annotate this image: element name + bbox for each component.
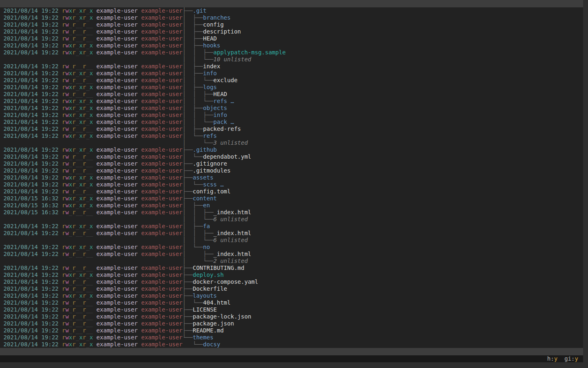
row-metadata: 2021/08/14 19:22 rw_r__r__ example-user … [0, 126, 183, 132]
tree-row[interactable]: 2021/08/14 19:22 rwxr_xr_x example-user … [0, 49, 583, 56]
tree-branch-lines: │ └── [183, 258, 214, 264]
tree-branch-lines: ├── [183, 272, 193, 278]
entry-name: config [203, 21, 224, 28]
tree-row[interactable]: 2021/08/14 19:22 rwxr_xr_x example-user … [0, 119, 583, 126]
entry-name: 3 unlisted [214, 139, 248, 146]
entry-name: Dockerfile [193, 285, 227, 292]
tree-row[interactable]: 2021/08/14 19:22 rwxr_xr_x example-user … [0, 334, 583, 341]
permissions: rw_r__r__ [62, 285, 93, 292]
tree-row[interactable]: 2021/08/14 19:22 rwxr_xr_x example-user … [0, 70, 583, 77]
permissions: rw_r__r__ [62, 35, 93, 42]
permissions: rwxr_xr_x [62, 146, 93, 153]
tree-row[interactable]: 2021/08/14 19:22 rw_r__r__ example-user … [0, 251, 583, 258]
permissions: rwxr_xr_x [62, 223, 93, 229]
modified-date: 2021/08/14 19:22 [3, 49, 58, 56]
tree-row[interactable]: 2021/08/14 19:22 rw_r__r__ example-user … [0, 35, 583, 42]
entry-name: 10 unlisted [214, 56, 252, 63]
tree-row[interactable]: 2021/08/15 16:32 rwxr_xr_x example-user … [0, 202, 583, 209]
tree-row[interactable]: 2021/08/14 19:22 rw_r__r__ example-user … [0, 285, 583, 292]
tree-row[interactable]: 2021/08/14 19:22 rwxr_xr_x example-user … [0, 146, 583, 153]
row-metadata: 2021/08/14 19:22 rwxr_xr_x example-user … [0, 98, 183, 105]
tree-branch-lines: │ ├── [183, 126, 203, 132]
tree-row[interactable]: 2021/08/14 19:22 rwxr_xr_x example-user … [0, 223, 583, 230]
owner-name: example-user [96, 28, 138, 35]
entry-name: assets [193, 174, 214, 181]
modified-date: 2021/08/14 19:22 [3, 223, 58, 229]
tree-row[interactable]: 2021/08/14 19:22 rw_r__r__ example-user … [0, 306, 583, 313]
tree-row[interactable]: 2021/08/14 19:22 rw_r__r__ example-user … [0, 91, 583, 98]
entry-name: docker-compose.yaml [193, 278, 258, 285]
tree-row[interactable]: │ └──2 unlisted [0, 258, 583, 265]
tree-row[interactable]: 2021/08/14 19:22 rwxr_xr_x example-user … [0, 272, 583, 278]
tree-branch-lines: ├── [183, 188, 193, 195]
permissions: rwxr_xr_x [62, 14, 93, 21]
group-name: example-user [141, 299, 183, 306]
group-name: example-user [141, 174, 183, 181]
tree-row[interactable]: │ │ └──6 unlisted [0, 237, 583, 244]
owner-name: example-user [96, 153, 138, 160]
permissions: rwxr_xr_x [62, 195, 93, 202]
tree-row[interactable]: 2021/08/15 16:32 rwxr_xr_x example-user … [0, 195, 583, 202]
search-input-line[interactable]: h:y gi:y [0, 355, 583, 362]
permissions: rw_r__r__ [62, 28, 93, 35]
owner-name: example-user [96, 7, 138, 14]
tree-row[interactable]: 2021/08/14 19:22 rw_r__r__ example-user … [0, 327, 583, 334]
tree-row[interactable]: 2021/08/14 19:22 rwxr_xr_x example-user … [0, 244, 583, 251]
tree-row[interactable]: 2021/08/14 19:22 rw_r__r__ example-user … [0, 77, 583, 84]
tree-row[interactable]: 2021/08/14 19:22 rw_r__r__ example-user … [0, 63, 583, 70]
permissions: rw_r__r__ [62, 230, 93, 236]
tree-branch-lines: │ └── [183, 153, 203, 160]
group-name: example-user [141, 278, 183, 285]
permissions: rw_r__r__ [62, 265, 93, 271]
row-metadata: 2021/08/14 19:22 rwxr_xr_x example-user … [0, 181, 183, 188]
group-name: example-user [141, 119, 183, 125]
row-metadata: 2021/08/14 19:22 rw_r__r__ example-user … [0, 167, 183, 174]
tree-row[interactable]: 2021/08/14 19:22 rw_r__r__ example-user … [0, 320, 583, 327]
tree-row[interactable]: 2021/08/14 19:22 rw_r__r__ example-user … [0, 299, 583, 306]
tree-row[interactable]: 2021/08/14 19:22 rw_r__r__ example-user … [0, 126, 583, 132]
tree-row[interactable]: 2021/08/14 19:22 rw_r__r__ example-user … [0, 313, 583, 320]
tree-row[interactable]: 2021/08/14 19:22 rwxr_xr_x example-user … [0, 98, 583, 105]
tree-row[interactable]: 2021/08/14 19:22 rwxr_xr_x example-user … [0, 181, 583, 188]
permissions: rw_r__r__ [62, 160, 93, 167]
owner-name: example-user [96, 63, 138, 70]
permissions: rwxr_xr_x [62, 292, 93, 299]
tree-row[interactable]: 2021/08/14 19:22 rwxr_xr_x example-user … [0, 174, 583, 181]
row-metadata: 2021/08/14 19:22 rwxr_xr_x example-user … [0, 14, 183, 21]
status-hint-bar: Hit esc to go back, enter to go up, ? fo… [0, 348, 583, 355]
tree-row[interactable]: 2021/08/14 19:22 rw_r__r__ example-user … [0, 265, 583, 272]
tree-row[interactable]: 2021/08/14 19:22 rwxr_xr_x example-user … [0, 14, 583, 21]
tree-row[interactable]: 2021/08/14 19:22 rwxr_xr_x example-user … [0, 84, 583, 91]
tree-row[interactable]: 2021/08/14 19:22 rwxr_xr_x example-user … [0, 292, 583, 299]
tree-row[interactable]: 2021/08/14 19:22 rw_r__r__ example-user … [0, 28, 583, 35]
entry-name: description [203, 28, 241, 35]
owner-name: example-user [96, 230, 138, 236]
tree-row[interactable]: 2021/08/14 19:22 rwxr_xr_x example-user … [0, 105, 583, 112]
entry-name: _index.html [214, 230, 252, 236]
tree-row[interactable]: 2021/08/14 19:22 rw_r__r__ example-user … [0, 21, 583, 28]
tree-branch-lines: │ ├── [183, 14, 203, 21]
tree-row[interactable]: 2021/08/14 19:22 rw_r__r__ example-user … [0, 230, 583, 237]
tree-row[interactable]: 2021/08/14 19:22 rw_r__r__ example-user … [0, 167, 583, 174]
tree-row[interactable]: │ │ └──6 unlisted [0, 216, 583, 223]
file-tree-panel[interactable]: 2021/08/14 19:22 rwxr_xr_x example-user … [0, 7, 583, 348]
owner-name: example-user [96, 306, 138, 313]
tree-row[interactable]: 2021/08/14 19:22 rwxr_xr_x example-user … [0, 341, 583, 348]
tree-row[interactable]: 2021/08/15 16:32 rw_r__r__ example-user … [0, 209, 583, 216]
tree-row[interactable]: 2021/08/14 19:22 rwxr_xr_x example-user … [0, 112, 583, 119]
group-name: example-user [141, 42, 183, 49]
tree-row[interactable]: 2021/08/14 19:22 rwxr_xr_x example-user … [0, 7, 583, 14]
tree-row[interactable]: 2021/08/14 19:22 rw_r__r__ example-user … [0, 188, 583, 195]
tree-row[interactable]: │ │ └──10 unlisted [0, 56, 583, 63]
tree-row[interactable]: │ └──3 unlisted [0, 139, 583, 146]
entry-name: fa [203, 223, 210, 229]
row-metadata: 2021/08/14 19:22 rw_r__r__ example-user … [0, 28, 183, 35]
tree-row[interactable]: 2021/08/14 19:22 rw_r__r__ example-user … [0, 278, 583, 285]
tree-row[interactable]: 2021/08/14 19:22 rwxr_xr_x example-user … [0, 132, 583, 139]
group-name: example-user [141, 153, 183, 160]
entry-name: pack [214, 119, 227, 125]
modified-date: 2021/08/14 19:22 [3, 265, 58, 271]
tree-row[interactable]: 2021/08/14 19:22 rwxr_xr_x example-user … [0, 42, 583, 49]
tree-row[interactable]: 2021/08/14 19:22 rw_r__r__ example-user … [0, 160, 583, 167]
tree-row[interactable]: 2021/08/14 19:22 rw_r__r__ example-user … [0, 153, 583, 160]
